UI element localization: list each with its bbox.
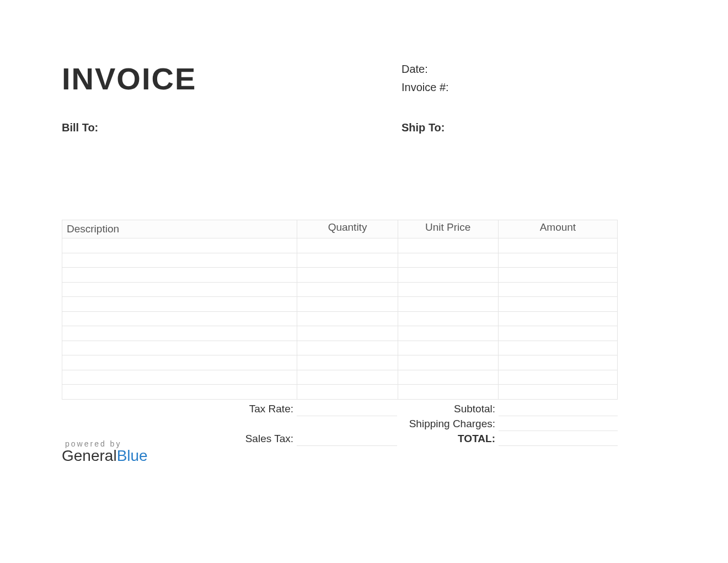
subtotal-value[interactable] xyxy=(499,402,618,416)
table-cell[interactable] xyxy=(297,297,398,312)
table-cell[interactable] xyxy=(62,370,297,385)
table-cell[interactable] xyxy=(62,355,297,370)
table-cell[interactable] xyxy=(498,355,617,370)
spacer-line xyxy=(62,417,397,432)
table-cell[interactable] xyxy=(498,297,617,312)
brand-first: General xyxy=(62,447,117,464)
bill-to-label: Bill To: xyxy=(62,121,402,134)
date-label: Date: xyxy=(402,63,618,76)
table-cell[interactable] xyxy=(297,238,398,253)
brand-logo: GeneralBlue xyxy=(62,447,148,465)
addresses-row: Bill To: Ship To: xyxy=(62,121,618,134)
subtotal-line: Subtotal: xyxy=(397,402,618,417)
brand-second: Blue xyxy=(117,447,148,464)
table-cell[interactable] xyxy=(297,311,398,326)
table-cell[interactable] xyxy=(498,311,617,326)
table-cell[interactable] xyxy=(498,385,617,400)
table-cell[interactable] xyxy=(297,326,398,341)
table-row xyxy=(62,385,618,400)
total-line: TOTAL: xyxy=(397,432,618,447)
table-cell[interactable] xyxy=(498,253,617,268)
table-cell[interactable] xyxy=(398,355,498,370)
table-cell[interactable] xyxy=(297,341,398,355)
table-cell[interactable] xyxy=(398,326,498,341)
header-amount: Amount xyxy=(498,220,617,238)
table-cell[interactable] xyxy=(297,370,398,385)
table-cell[interactable] xyxy=(498,238,617,253)
table-cell[interactable] xyxy=(398,370,498,385)
shipping-value[interactable] xyxy=(499,417,618,431)
table-row xyxy=(62,238,618,253)
table-row xyxy=(62,326,618,341)
tax-rate-label: Tax Rate: xyxy=(62,403,297,415)
table-cell[interactable] xyxy=(398,341,498,355)
invoice-number-label: Invoice #: xyxy=(402,81,618,94)
table-cell[interactable] xyxy=(398,282,498,297)
table-row xyxy=(62,253,618,268)
line-items-table: Description Quantity Unit Price Amount xyxy=(62,220,618,400)
header-row: INVOICE Date: Invoice #: xyxy=(62,61,618,99)
header-unit-price: Unit Price xyxy=(398,220,498,238)
table-row xyxy=(62,370,618,385)
sales-tax-value[interactable] xyxy=(297,432,397,446)
table-cell[interactable] xyxy=(62,268,297,283)
table-cell[interactable] xyxy=(62,341,297,355)
table-cell[interactable] xyxy=(297,253,398,268)
table-row xyxy=(62,311,618,326)
table-cell[interactable] xyxy=(62,311,297,326)
table-row xyxy=(62,282,618,297)
table-cell[interactable] xyxy=(297,385,398,400)
total-value[interactable] xyxy=(499,432,618,446)
invoice-meta: Date: Invoice #: xyxy=(402,61,618,99)
table-cell[interactable] xyxy=(62,253,297,268)
invoice-page: INVOICE Date: Invoice #: Bill To: Ship T… xyxy=(62,0,618,447)
table-cell[interactable] xyxy=(62,326,297,341)
table-row xyxy=(62,268,618,283)
table-cell[interactable] xyxy=(398,253,498,268)
table-cell[interactable] xyxy=(297,282,398,297)
header-description: Description xyxy=(62,220,297,238)
table-cell[interactable] xyxy=(498,370,617,385)
table-cell[interactable] xyxy=(498,341,617,355)
subtotal-label: Subtotal: xyxy=(397,403,499,415)
table-header-row: Description Quantity Unit Price Amount xyxy=(62,220,618,238)
table-cell[interactable] xyxy=(498,282,617,297)
ship-to-label: Ship To: xyxy=(402,121,618,134)
footer: powered by GeneralBlue xyxy=(62,439,148,465)
table-cell[interactable] xyxy=(62,297,297,312)
table-cell[interactable] xyxy=(498,326,617,341)
table-row xyxy=(62,341,618,355)
table-cell[interactable] xyxy=(297,355,398,370)
header-quantity: Quantity xyxy=(297,220,398,238)
table-cell[interactable] xyxy=(62,385,297,400)
invoice-title: INVOICE xyxy=(62,61,402,99)
tax-rate-line: Tax Rate: xyxy=(62,402,397,417)
tax-rate-value[interactable] xyxy=(297,402,397,416)
table-cell[interactable] xyxy=(398,385,498,400)
table-cell[interactable] xyxy=(297,268,398,283)
table-row xyxy=(62,355,618,370)
table-cell[interactable] xyxy=(398,268,498,283)
table-cell[interactable] xyxy=(62,282,297,297)
table-cell[interactable] xyxy=(398,311,498,326)
table-cell[interactable] xyxy=(62,238,297,253)
shipping-line: Shipping Charges: xyxy=(397,417,618,432)
total-label: TOTAL: xyxy=(397,433,499,445)
table-row xyxy=(62,297,618,312)
totals-right: Subtotal: Shipping Charges: TOTAL: xyxy=(397,402,618,447)
table-cell[interactable] xyxy=(398,297,498,312)
table-cell[interactable] xyxy=(498,268,617,283)
shipping-label: Shipping Charges: xyxy=(397,418,499,430)
table-cell[interactable] xyxy=(398,238,498,253)
